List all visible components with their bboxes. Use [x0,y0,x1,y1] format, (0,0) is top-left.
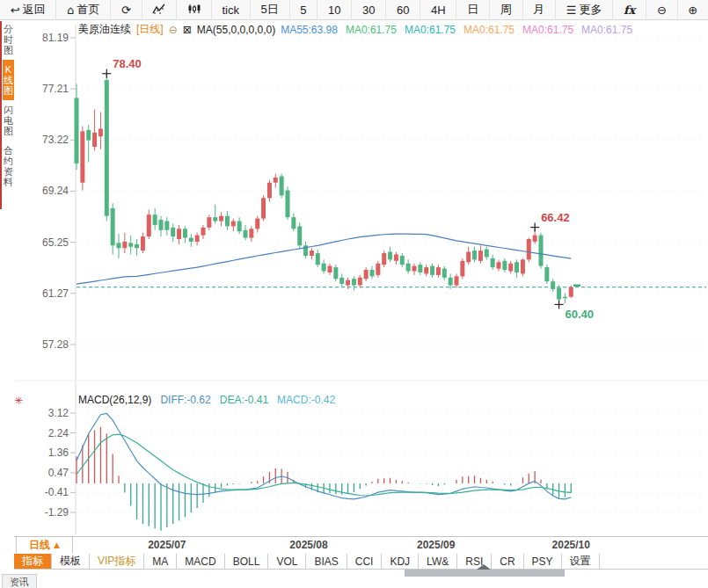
toolbar-zoom-in-icon[interactable]: ⊕ [678,0,708,19]
period-4h-label: 4H [431,4,446,17]
tab-PSY[interactable]: PSY [524,554,562,569]
toolbar-fx-button[interactable]: fx [613,0,646,19]
toolbar-home-button[interactable]: ⌂首页 [56,0,111,19]
sidebar-item-lightning[interactable]: 闪电图 [3,100,14,141]
refresh-icon: ⟳ [121,4,131,16]
chart-header: 美原油连续 [日线] ⊖ ⊠ MA(55,0,0,0,0,0) MA55:63.… [78,22,632,37]
tab-MA[interactable]: MA [144,554,177,569]
sidebar-accent-stripe [0,21,2,209]
toolbar-period-5d-button[interactable]: 5日 [251,0,290,19]
tab-设置[interactable]: 设置 [562,554,600,569]
toolbar-period-10-button[interactable]: 10 [318,0,352,19]
tab-VIP指标[interactable]: VIP指标 [90,554,144,569]
svg-text:60.40: 60.40 [566,308,595,321]
sidebar-item-kline[interactable]: K线图 [3,60,14,100]
toolbar-refresh-icon[interactable]: ⟳ [111,0,142,19]
period-10-label: 10 [328,4,340,17]
ma-value-2: MA0:61.75 [405,24,456,36]
period-selector[interactable]: 日线 ▲ [16,537,73,553]
toolbar-more-button[interactable]: ☰更多 [556,0,613,19]
area-chart-icon [152,4,165,17]
ma-value-4: MA0:61.75 [522,24,573,36]
toolbar-zoom-out-icon[interactable]: ⊖ [646,0,677,19]
news-tab[interactable]: 资讯 [2,574,37,588]
tab-BIAS[interactable]: BIAS [306,554,347,569]
period-day-label: 日 [467,2,478,18]
sidebar-item-contract-info[interactable]: 合约资料 [3,141,14,192]
indicator-param-icon[interactable]: ✳ [14,395,23,407]
svg-text:-1.29: -1.29 [45,506,69,519]
ma-value-5: MA0:61.75 [581,24,632,36]
toolbar-period-30-button[interactable]: 30 [352,0,386,19]
toolbar-tick-button[interactable]: tick [212,0,251,19]
price-pane [75,74,707,305]
tab-BOLL[interactable]: BOLL [225,554,269,569]
svg-text:78.40: 78.40 [113,57,142,70]
svg-text:0.47: 0.47 [48,467,69,479]
tab-VOL[interactable]: VOL [268,554,306,569]
symbol-name: 美原油连续 [78,22,131,37]
svg-text:3.12: 3.12 [48,407,69,419]
horizontal-scrollbar-thumb[interactable] [405,570,565,577]
toolbar-period-60-button[interactable]: 60 [386,0,420,19]
period-tag: [日线] [136,22,164,37]
chart-canvas: 81.1977.2173.2269.2465.2561.2757.283.122… [0,0,708,588]
ma-values: MA55:63.98MA0:61.75MA0:61.75MA0:61.75MA0… [281,24,632,36]
period-30-label: 30 [362,4,375,17]
svg-text:81.19: 81.19 [42,32,69,44]
macd-pane [77,413,571,530]
toolbar-period-month-button[interactable]: 月 [523,0,557,19]
formula-box-icon: ⊠ [183,24,192,36]
fx-label: fx [624,4,635,17]
macd-formula: MACD(26,12,9) [78,394,151,406]
macd-values: DIFF:-0.62DEA:-0.41MACD:-0.42 [160,394,335,406]
x-axis-month-label: 2025/07 [132,539,202,551]
more-icon: ☰ [566,4,577,16]
period-week-label: 周 [500,2,512,18]
macd-header: MACD(26,12,9) DIFF:-0.62DEA:-0.41MACD:-0… [78,394,335,406]
macd-value-1: DEA:-0.41 [220,394,268,406]
svg-text:77.21: 77.21 [42,83,69,95]
toolbar-area-chart-icon[interactable] [142,0,178,19]
axis-labels: 81.1977.2173.2269.2465.2561.2757.283.122… [42,32,69,519]
toolbar-back-button[interactable]: ↩返回 [0,0,56,19]
x-axis-month-label: 2025/09 [401,539,471,551]
top-toolbar: ↩返回⌂首页⟳tick5日51030604H日周月☰更多fx⊖⊕ [0,0,708,20]
home-icon: ⌂ [67,4,74,16]
tab-CR[interactable]: CR [492,554,523,569]
candle-chart-icon [187,4,201,17]
period-60-label: 60 [397,4,409,17]
toolbar-period-5-button[interactable]: 5 [290,0,318,19]
tab-LW&[interactable]: LW& [419,554,457,569]
collapse-icon[interactable]: ⊖ [169,24,178,36]
tab-指标[interactable]: 指标 [14,554,52,569]
back-icon: ↩ [11,4,20,16]
tab-模板[interactable]: 模板 [52,554,90,569]
bottom-strip: 资讯 [0,570,708,588]
period-selector-label: 日线 [29,538,50,553]
period-5-label: 5 [300,4,306,17]
toolbar-period-day-button[interactable]: 日 [456,0,490,19]
tick-label: tick [223,4,240,17]
svg-text:61.27: 61.27 [42,287,69,300]
zoom-out-icon: ⊖ [657,4,667,16]
tab-CCI[interactable]: CCI [347,554,383,569]
sidebar-item-time-share[interactable]: 分时图 [3,19,14,60]
svg-text:73.22: 73.22 [42,134,69,146]
svg-text:65.25: 65.25 [42,236,69,249]
ma-value-3: MA0:61.75 [463,24,515,36]
chart-type-sidebar: 分时图K线图闪电图合约资料 [0,19,15,588]
toolbar-period-4h-button[interactable]: 4H [420,0,456,19]
svg-text:66.42: 66.42 [541,211,570,224]
svg-text:-0.41: -0.41 [45,486,69,498]
svg-text:2.24: 2.24 [48,427,69,439]
tab-KDJ[interactable]: KDJ [382,554,419,569]
charting-app: { "toolbar": { "items": [ {"id":"back","… [0,0,708,588]
scrollbar-arrow-icon [477,564,491,570]
macd-value-0: DIFF:-0.62 [160,394,210,406]
zoom-in-icon: ⊕ [688,4,697,16]
ma-formula: MA(55,0,0,0,0,0) [197,24,275,36]
tab-MACD[interactable]: MACD [177,554,224,569]
toolbar-candle-chart-icon[interactable] [177,0,212,19]
toolbar-period-week-button[interactable]: 周 [490,0,523,19]
